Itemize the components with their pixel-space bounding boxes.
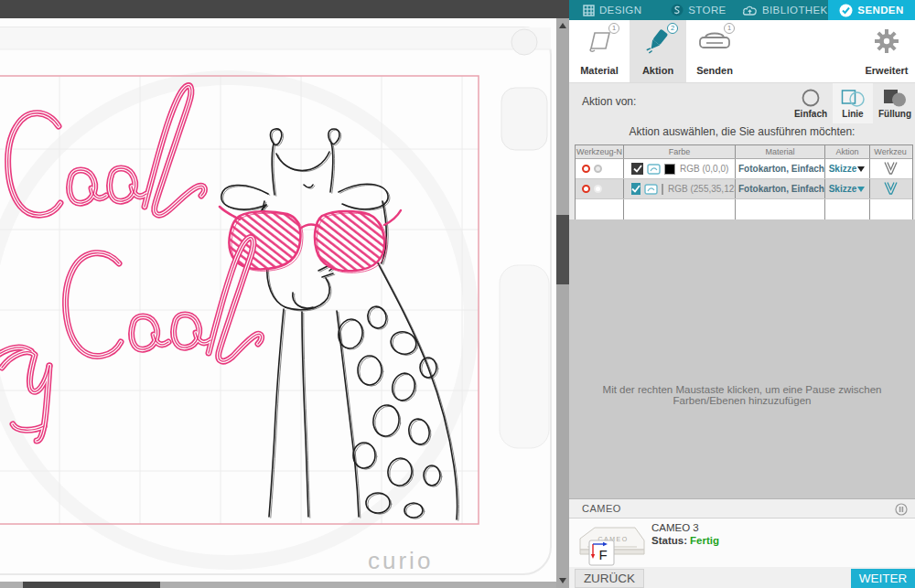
tab-erweitert-label: Erweitert: [858, 65, 915, 76]
material-sheet-icon: [569, 28, 630, 54]
device-section-header: CAMEO: [569, 498, 915, 519]
tab-material[interactable]: 1 Material: [569, 20, 630, 82]
check-circle-icon: [839, 4, 853, 17]
cameo-machine-image: CAMEO F: [576, 520, 648, 572]
curio-logo: curio: [368, 547, 433, 575]
action-dropdown[interactable]: Skizze: [825, 159, 870, 178]
option-linie-selected[interactable]: Linie: [833, 83, 873, 123]
base-tab-circle: [511, 29, 537, 55]
scroll-down-icon[interactable]: [559, 578, 566, 583]
canvas-artwork: [0, 18, 569, 588]
nav-tab-senden[interactable]: SENDEN: [828, 0, 915, 20]
option-fuellung[interactable]: Füllung: [875, 83, 915, 123]
send-step-tabs: 1 Material 2 Aktion 1 Senden Erweitert: [569, 20, 915, 82]
tool1-radio[interactable]: [582, 165, 590, 173]
chevron-down-icon: [857, 166, 865, 172]
chevron-down-icon: [857, 187, 865, 192]
tab-aktion-selected[interactable]: 2 Aktion: [630, 20, 686, 82]
action-table: Werkzeug-N Farbe Material Aktion Werkzeu…: [575, 144, 913, 220]
col-material: Material: [736, 145, 825, 158]
pause-icon[interactable]: [895, 503, 908, 519]
table-row-black[interactable]: RGB (0,0,0) Fotokarton, Einfach Skizze: [576, 159, 912, 179]
pen-tool-icon: [630, 28, 686, 56]
canvas-top-toolbar: [0, 0, 569, 18]
action-panel: Aktion von: Einfach Linie Füllung Aktion…: [569, 82, 915, 219]
nav-label-bibliothek: BIBLIOTHEK: [762, 5, 828, 16]
material-dropdown[interactable]: Fotokarton, Einfach: [736, 179, 825, 198]
option-einfach[interactable]: Einfach: [791, 83, 831, 123]
tab-senden-step[interactable]: 1 Senden: [686, 20, 743, 82]
back-button[interactable]: ZURÜCK: [575, 569, 644, 588]
status-label: Status:: [651, 535, 687, 546]
cutter-machine-icon: [686, 28, 743, 54]
tab-erweitert[interactable]: Erweitert: [858, 20, 915, 82]
nav-label-design: DESIGN: [599, 5, 642, 16]
badge-step-1b: 1: [724, 23, 735, 34]
material-dropdown[interactable]: Fotokarton, Einfach: [736, 159, 825, 178]
base-tab-upper: [501, 88, 547, 150]
nav-tab-design[interactable]: DESIGN: [569, 0, 655, 20]
main-navigation: DESIGN STORE BIBLIOTHEK SENDEN: [569, 0, 915, 20]
scroll-up-icon[interactable]: [559, 23, 566, 28]
device-status: Status:Fertig: [651, 535, 719, 546]
nav-label-senden: SENDEN: [857, 5, 903, 16]
registration-letter: F: [598, 547, 607, 562]
table-row-empty: [576, 199, 912, 219]
cloud-icon: [742, 5, 758, 16]
color-swatch-black[interactable]: [664, 164, 675, 175]
nav-label-store: STORE: [688, 5, 726, 16]
color-label: RGB (255,35,123): [668, 184, 736, 194]
simple-circle-icon: [791, 88, 831, 108]
line-style-icon: [833, 88, 873, 108]
table-row-pink-selected[interactable]: RGB (255,35,123) Fotokarton, Einfach Ski…: [576, 179, 912, 199]
color-swatch-pink[interactable]: [662, 184, 663, 195]
horizontal-scrollbar[interactable]: [0, 582, 556, 588]
tool-holder-icon[interactable]: [870, 159, 910, 178]
action-dropdown[interactable]: Skizze: [825, 179, 870, 198]
table-header: Werkzeug-N Farbe Material Aktion Werkzeu: [576, 145, 912, 159]
grid-icon: [583, 5, 595, 16]
col-aktion: Aktion: [825, 145, 870, 158]
vertical-scrollbar[interactable]: [556, 18, 569, 588]
tool1-radio[interactable]: [582, 185, 590, 193]
tool-holder-icon[interactable]: [870, 179, 910, 198]
horizontal-scroll-thumb[interactable]: [23, 582, 160, 588]
tab-senden-label: Senden: [686, 65, 743, 76]
row-checkbox[interactable]: [631, 183, 640, 195]
device-name: CAMEO 3: [651, 522, 699, 533]
tab-material-label: Material: [569, 65, 630, 76]
vertical-scroll-thumb[interactable]: [556, 215, 569, 284]
base-tab-lower: [500, 265, 549, 448]
next-button[interactable]: WEITER: [851, 569, 915, 588]
action-source-label: Aktion von:: [582, 95, 636, 108]
gear-icon: [858, 28, 915, 54]
action-table-title: Aktion auswählen, die Sie ausführen möch…: [569, 125, 915, 138]
store-icon: [671, 4, 684, 16]
col-werkzeugnr: Werkzeug-N: [576, 145, 624, 158]
nav-tab-store[interactable]: STORE: [655, 0, 741, 20]
color-label: RGB (0,0,0): [680, 164, 728, 174]
option-fuellung-label: Füllung: [869, 109, 915, 119]
line-preview-icon[interactable]: [644, 183, 658, 196]
design-canvas[interactable]: curio: [0, 18, 569, 588]
info-area: Mit der rechten Maustaste klicken, um ei…: [569, 219, 915, 498]
col-farbe: Farbe: [624, 145, 736, 158]
tool2-radio[interactable]: [594, 165, 602, 173]
nav-tab-bibliothek[interactable]: BIBLIOTHEK: [742, 0, 828, 20]
row-checkbox[interactable]: [631, 163, 643, 175]
col-werkzeug: Werkzeu: [870, 145, 910, 158]
status-value: Fertig: [690, 535, 719, 546]
badge-step-1: 1: [608, 23, 619, 34]
panel-footer: ZURÜCK WEITER: [569, 567, 915, 588]
pause-hint-text: Mit der rechten Maustaste klicken, um ei…: [569, 384, 915, 406]
tool2-radio[interactable]: [594, 185, 602, 193]
device-section-label: CAMEO: [582, 503, 621, 514]
line-preview-icon[interactable]: [647, 163, 661, 176]
tab-aktion-label: Aktion: [630, 65, 686, 76]
device-status-area: CAMEO F CAMEO 3 Status:Fertig: [569, 519, 915, 567]
badge-step-2: 2: [667, 23, 678, 34]
fill-style-icon: [875, 88, 915, 108]
